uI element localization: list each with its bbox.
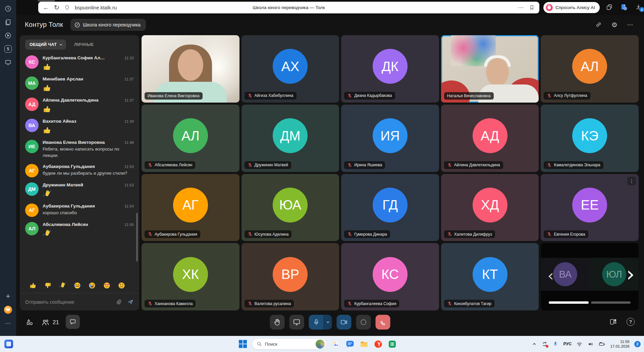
video-service-icon[interactable] <box>4 32 12 40</box>
microphone-options-button[interactable] <box>324 315 332 330</box>
screen: 5 + ⋯ ← ↻ bspuonline.ktalk.ru Школа юног… <box>0 0 644 352</box>
room-logo-icon <box>74 22 80 28</box>
chat-app-icon[interactable] <box>345 340 355 349</box>
participant-tile[interactable]: ХД Халитова Диляфруз <box>441 174 539 241</box>
heart-eyes-emoji-button[interactable] <box>103 282 111 289</box>
url-text[interactable]: bspuonline.ktalk.ru <box>75 5 117 10</box>
participant-tile[interactable]: АЛ Алсу Лутфуллина <box>541 35 639 103</box>
file-explorer-icon[interactable] <box>360 340 369 349</box>
page-indicator-inactive <box>591 301 631 304</box>
tab-counter[interactable]: 5 <box>4 45 12 53</box>
back-icon[interactable]: ← <box>43 4 49 11</box>
crying-emoji-button[interactable] <box>88 282 96 289</box>
message-input[interactable]: Отправить сообщение <box>25 299 110 305</box>
history-icon[interactable] <box>4 5 12 13</box>
chat-message: АЛ Абсалямова Лейсян11:55 <box>25 222 134 238</box>
grid-pagination-tile: ВА ЮЛ ‹ › <box>541 243 639 310</box>
copy-link-icon[interactable] <box>595 21 602 28</box>
tab-personal-chat[interactable]: ЛИЧНЫЕ <box>74 42 94 47</box>
raise-hand-button[interactable] <box>270 315 285 330</box>
taskbar-clock[interactable]: 11:5517.01.2026 <box>610 339 630 349</box>
send-message-icon[interactable] <box>127 299 134 305</box>
alice-icon <box>546 4 553 11</box>
hang-up-button[interactable] <box>376 315 390 330</box>
ask-alice-button[interactable]: Спросить Алису AI <box>543 2 600 13</box>
bookmark-icon[interactable] <box>529 5 535 10</box>
attach-file-icon[interactable] <box>115 299 122 305</box>
participant-tile[interactable]: АЛ Абсалямова Лейсян <box>142 105 239 172</box>
thumbs-up-emoji-button[interactable] <box>29 282 37 289</box>
participant-name-label: Кинзябулатов Тагир <box>444 300 494 307</box>
participant-tile[interactable]: ДМ Дружинин Матвей <box>241 105 339 172</box>
reload-icon[interactable]: ↻ <box>54 4 59 11</box>
participant-tile[interactable]: КС Курбангалеева София <box>341 243 439 310</box>
participant-tile-video-speaking[interactable]: Наталья Вячеславовна <box>441 35 539 103</box>
participant-tile[interactable]: ГД Гумерова Динара <box>341 174 439 241</box>
chat-message: КС Курбангалеева София Ал…11:33 <box>25 55 134 71</box>
participants-icon[interactable] <box>41 318 50 327</box>
wave-emoji-button[interactable] <box>59 282 66 289</box>
language-indicator[interactable]: РУС <box>563 342 572 346</box>
battery-icon[interactable] <box>598 341 605 348</box>
chat-scrollbar[interactable] <box>136 213 138 261</box>
participant-tile[interactable]: ЮА Юсупова Аделина <box>241 174 339 241</box>
message-time: 11:37 <box>124 77 134 81</box>
spreadsheet-app-icon[interactable] <box>388 340 397 349</box>
thumbs-down-emoji-button[interactable] <box>44 282 52 289</box>
tile-menu-icon[interactable]: ⋮ <box>627 177 636 185</box>
layout-view-icon[interactable] <box>609 318 617 326</box>
participant-tile-video[interactable]: Иванова Елена Викторовна <box>142 35 239 103</box>
microphone-button[interactable] <box>309 315 324 330</box>
participant-tile[interactable]: ХК Ханнанова Камилла <box>142 243 239 310</box>
sender-name: Иванова Елена Викторовна <box>43 140 122 145</box>
participant-tile[interactable]: АГ Аубакирова Гульдания <box>142 174 239 241</box>
scenes-icon[interactable] <box>25 318 34 327</box>
participant-tile[interactable]: ДК Диана Кадырбакова <box>341 35 439 103</box>
room-name-pill[interactable]: Школа юного переводчика <box>70 19 146 31</box>
start-button[interactable] <box>239 340 247 348</box>
participant-tile[interactable]: ⋮ ЕЕ Евгения Егорова <box>541 174 639 241</box>
header-more-icon[interactable]: ⋯ <box>627 21 633 28</box>
chat-message-list[interactable]: КС Курбангалеева София Ал…11:33 МА Миниб… <box>20 53 139 278</box>
url-bar[interactable]: ← ↻ bspuonline.ktalk.ru Школа юного пере… <box>38 2 539 13</box>
taskbar-search[interactable]: Поиск <box>252 338 326 350</box>
yandex-browser-icon[interactable] <box>374 340 383 349</box>
extension-cards-icon[interactable] <box>606 4 613 11</box>
volume-icon[interactable] <box>587 341 594 347</box>
settings-gear-icon[interactable]: ⚙ <box>611 21 618 28</box>
participant-tile[interactable]: ВР Валитова русалина <box>241 243 339 310</box>
screen-share-button[interactable] <box>289 315 304 330</box>
tray-microphone-icon[interactable] <box>552 341 558 347</box>
downloads-icon[interactable]: 4 <box>635 4 642 11</box>
extension-doc-icon[interactable] <box>620 3 628 11</box>
worried-emoji-button[interactable] <box>118 282 125 289</box>
photos-app-icon[interactable] <box>331 340 340 349</box>
help-button[interactable]: ? <box>627 318 635 326</box>
participant-name-label: Евгения Егорова <box>544 230 588 238</box>
participant-tile[interactable]: КТ Кинзябулатов Тагир <box>441 243 539 310</box>
participant-tile[interactable]: АХ Айгиза Хабибуллина <box>241 35 339 103</box>
tab-general-chat[interactable]: ОБЩИЙ ЧАТ <box>25 40 66 50</box>
sidebar-more-icon[interactable]: ⋯ <box>4 319 12 327</box>
pinned-app-icon[interactable] <box>4 340 13 348</box>
participant-tile[interactable]: КЭ Камалетдинова Эльнара <box>541 105 639 172</box>
screen-call-icon[interactable] <box>4 58 12 66</box>
chat-toggle-button[interactable] <box>66 315 80 329</box>
camera-button[interactable] <box>337 315 352 330</box>
sync-status-icon[interactable] <box>541 341 548 347</box>
collections-icon[interactable] <box>4 18 12 26</box>
site-shield-icon[interactable] <box>64 5 70 11</box>
tray-expand-icon[interactable] <box>532 342 537 346</box>
participant-tile[interactable]: АД Айлина Давлеткильдина <box>441 105 539 172</box>
grid-prev-page-icon[interactable]: ‹ <box>547 268 553 283</box>
laughing-emoji-button[interactable] <box>73 282 81 289</box>
wifi-icon[interactable] <box>576 341 583 347</box>
urlbar-more-icon[interactable]: ⋯ <box>518 4 524 11</box>
alice-orb-icon[interactable] <box>4 306 12 314</box>
avatar: МА <box>25 76 39 90</box>
record-button[interactable] <box>356 315 371 330</box>
notification-badge[interactable]: 2 <box>634 341 641 347</box>
participant-tile[interactable]: ИЯ Ирина Яшиева <box>341 105 439 172</box>
grid-next-page-icon[interactable]: › <box>626 264 635 285</box>
add-panel-icon[interactable]: + <box>4 292 12 300</box>
